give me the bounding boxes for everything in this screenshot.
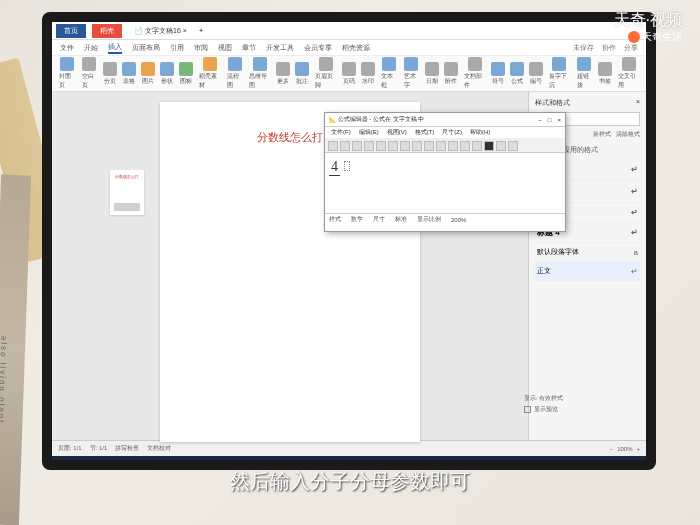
- et-12[interactable]: [460, 141, 470, 151]
- editor-titlebar[interactable]: 📐 公式编辑器 - 公式在 文字文稿 中 − □ ×: [325, 113, 565, 127]
- et-13[interactable]: [472, 141, 482, 151]
- tab-document[interactable]: 📄 文字文稿16 ×: [128, 24, 193, 38]
- et-1[interactable]: [328, 141, 338, 151]
- zoom-out[interactable]: −: [610, 446, 614, 452]
- tool-wordart[interactable]: 艺术字: [401, 56, 423, 92]
- et-14[interactable]: [496, 141, 506, 151]
- menu-dev[interactable]: 开发工具: [266, 43, 294, 53]
- em-view[interactable]: 视图(V): [387, 128, 407, 137]
- preview-checkbox[interactable]: [524, 406, 531, 413]
- et-10[interactable]: [436, 141, 446, 151]
- tab-docer[interactable]: 稻壳: [92, 24, 122, 38]
- et-8[interactable]: [412, 141, 422, 151]
- tool-date[interactable]: 日期: [423, 60, 441, 88]
- toolbar: 封面页 空白页 分页 表格 图片 形状 图标 稻壳素材 流程图 思维导图 更多 …: [52, 56, 646, 92]
- search-input[interactable]: 在这里输入你要搜索的内容: [65, 460, 175, 461]
- tool-shape[interactable]: 形状: [158, 60, 176, 88]
- monitor-frame: 首页 稻壳 📄 文字文稿16 × + 文件 开始 插入 页面布局 引用 审阅 视…: [42, 12, 656, 470]
- editor-min[interactable]: −: [538, 117, 542, 123]
- tool-blank[interactable]: 空白页: [79, 56, 101, 92]
- et-9[interactable]: [424, 141, 434, 151]
- em-help[interactable]: 帮助(H): [470, 128, 490, 137]
- tool-bookmark[interactable]: 书签: [596, 60, 614, 88]
- tool-break[interactable]: 分页: [101, 60, 119, 88]
- editor-max[interactable]: □: [548, 117, 552, 123]
- tool-header[interactable]: 页眉页脚: [312, 56, 339, 92]
- share-button[interactable]: 分享: [624, 43, 638, 53]
- tool-symbol[interactable]: 符号: [489, 60, 507, 88]
- unsaved-label: 未保存: [573, 43, 594, 53]
- tool-image[interactable]: 图片: [139, 60, 157, 88]
- tab-add[interactable]: +: [199, 27, 203, 34]
- tool-number[interactable]: 编号: [527, 60, 545, 88]
- numerator[interactable]: 4: [331, 159, 338, 175]
- em-size[interactable]: 尺寸(Z): [442, 128, 462, 137]
- menu-resource[interactable]: 稻壳资源: [342, 43, 370, 53]
- tool-link[interactable]: 超链接: [574, 56, 596, 92]
- menu-start[interactable]: 开始: [84, 43, 98, 53]
- style-default[interactable]: 默认段落字体a: [535, 243, 640, 262]
- sidebar-bottom: 显示: 有效样式 显示预览: [524, 394, 634, 416]
- editor-toolbar: [325, 139, 565, 153]
- et-fraction[interactable]: [484, 141, 494, 151]
- tool-pagenum[interactable]: 页码: [340, 60, 358, 88]
- et-6[interactable]: [388, 141, 398, 151]
- zoom-in[interactable]: +: [636, 446, 640, 452]
- watermark-sub: 天奇生活: [628, 30, 682, 44]
- tab-home[interactable]: 首页: [56, 24, 86, 38]
- et-5[interactable]: [376, 141, 386, 151]
- em-edit[interactable]: 编辑(E): [359, 128, 379, 137]
- menu-file[interactable]: 文件: [60, 43, 74, 53]
- nav-thumbnail[interactable]: 分数线怎么打: [110, 170, 144, 215]
- tool-material[interactable]: 稻壳素材: [196, 56, 223, 92]
- tool-formula[interactable]: 公式: [508, 60, 526, 88]
- em-format[interactable]: 格式(T): [415, 128, 435, 137]
- sidebar-title: 样式和格式×: [535, 98, 640, 108]
- app-statusbar: 页面: 1/1 节: 1/1 拼写检查 文档校对 − 100% +: [52, 440, 646, 456]
- close-sidebar[interactable]: ×: [636, 98, 640, 108]
- style-body[interactable]: 正文↵: [535, 262, 640, 281]
- screen: 首页 稻壳 📄 文字文稿16 × + 文件 开始 插入 页面布局 引用 审阅 视…: [52, 22, 646, 460]
- menu-insert[interactable]: 插入: [108, 42, 122, 54]
- et-2[interactable]: [340, 141, 350, 151]
- et-4[interactable]: [364, 141, 374, 151]
- tool-dropcap[interactable]: 首字下沉: [546, 56, 573, 92]
- menu-view[interactable]: 视图: [218, 43, 232, 53]
- editor-close-btn[interactable]: ×: [557, 117, 561, 123]
- new-style-link[interactable]: 新样式: [593, 131, 611, 137]
- menu-layout[interactable]: 页面布局: [132, 43, 160, 53]
- tool-comment[interactable]: 批注: [293, 60, 311, 88]
- app-tabs: 首页 稻壳 📄 文字文稿16 × +: [52, 22, 646, 40]
- watermark-main: 天奇·视频: [614, 10, 682, 31]
- video-subtitle: 然后输入分子分母参数即可: [230, 468, 470, 495]
- clear-format-link[interactable]: 清除格式: [616, 131, 640, 137]
- tool-attach[interactable]: 附件: [442, 60, 460, 88]
- sb-proof[interactable]: 文档校对: [147, 444, 171, 453]
- tool-parts[interactable]: 文档部件: [461, 56, 488, 92]
- et-7[interactable]: [400, 141, 410, 151]
- tool-watermark[interactable]: 水印: [359, 60, 377, 88]
- editor-canvas[interactable]: 4: [325, 153, 565, 213]
- collab-button[interactable]: 协作: [602, 43, 616, 53]
- menu-review[interactable]: 审阅: [194, 43, 208, 53]
- et-11[interactable]: [448, 141, 458, 151]
- tool-flow[interactable]: 流程图: [224, 56, 246, 92]
- tool-more[interactable]: 更多: [274, 60, 292, 88]
- ribbon-tabs: 文件 开始 插入 页面布局 引用 审阅 视图 章节 开发工具 会员专享 稻壳资源…: [52, 40, 646, 56]
- tool-crossref[interactable]: 交叉引用: [615, 56, 642, 92]
- et-3[interactable]: [352, 141, 362, 151]
- em-file[interactable]: 文件(F): [331, 128, 351, 137]
- menu-vip[interactable]: 会员专享: [304, 43, 332, 53]
- tool-textbox[interactable]: 文本框: [378, 56, 400, 92]
- menu-section[interactable]: 章节: [242, 43, 256, 53]
- tool-cover[interactable]: 封面页: [56, 56, 78, 92]
- editor-menu: 文件(F) 编辑(E) 视图(V) 格式(T) 尺寸(Z) 帮助(H): [325, 127, 565, 139]
- et-15[interactable]: [508, 141, 518, 151]
- sb-spell[interactable]: 拼写检查: [115, 444, 139, 453]
- tool-table[interactable]: 表格: [120, 60, 138, 88]
- editor-statusbar: 样式数学 尺寸标准 显示比例200%: [325, 213, 565, 225]
- tool-icon[interactable]: 图标: [177, 60, 195, 88]
- tool-mind[interactable]: 思维导图: [246, 56, 273, 92]
- menu-ref[interactable]: 引用: [170, 43, 184, 53]
- windows-taskbar: ⊞ 在这里输入你要搜索的内容 14°C 多云 ^ 14:122022/1/18: [52, 456, 646, 460]
